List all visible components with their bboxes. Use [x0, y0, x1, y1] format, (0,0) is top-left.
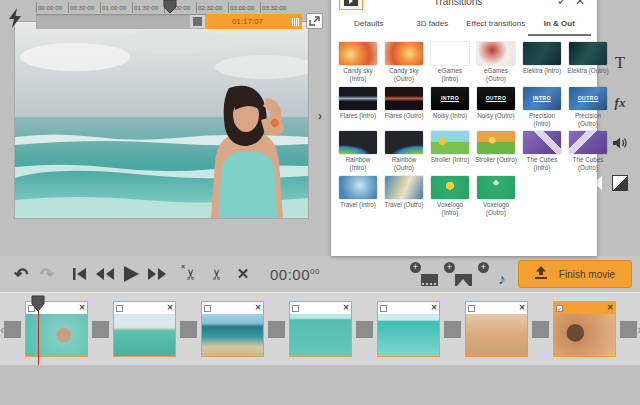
clip-checkbox[interactable]	[116, 305, 123, 312]
transition-stroller-outro-[interactable]: Stroller (Outro)	[475, 131, 517, 172]
clip-delete-icon[interactable]: ✕	[431, 304, 438, 312]
transition-thumbnail[interactable]	[477, 42, 515, 65]
storyboard-playhead[interactable]	[30, 295, 46, 316]
transition-slot[interactable]	[92, 321, 109, 338]
effects-tool-button[interactable]: fx	[609, 92, 631, 114]
split-scene-button[interactable]: ✂	[204, 261, 230, 287]
transition-voxelogo-outro-[interactable]: Voxelogo (Outro)	[475, 176, 517, 217]
transition-thumbnail[interactable]	[477, 131, 515, 154]
clip-4[interactable]: ✕	[289, 301, 352, 357]
transition-flares-outro-[interactable]: Flares (Outro)	[383, 87, 425, 128]
transition-slot[interactable]	[356, 321, 373, 338]
transition-thumbnail[interactable]	[385, 42, 423, 65]
transition-candy-sky-intro-[interactable]: Candy sky (Intro)	[337, 42, 379, 83]
clip-checkbox[interactable]: ✓	[556, 305, 563, 312]
transition-thumbnail[interactable]	[339, 176, 377, 199]
audio-tool-button[interactable]	[609, 132, 631, 154]
add-music-button[interactable]: + ♪	[478, 262, 506, 286]
titles-tool-button[interactable]: T	[609, 52, 631, 74]
transition-rainbow-outro-[interactable]: Rainbow (Outro)	[383, 131, 425, 172]
transition-rainbow-intro-[interactable]: Rainbow (Intro)	[337, 131, 379, 172]
transition-thumbnail[interactable]	[523, 131, 561, 154]
transition-travel-outro-[interactable]: Travel (Outro)	[383, 176, 425, 217]
finish-movie-button[interactable]: Finish movie	[518, 260, 632, 288]
transition-slot[interactable]	[4, 321, 21, 338]
range-right-grip[interactable]	[289, 14, 302, 29]
transition-precision-intro-[interactable]: INTROPrecision (Intro)	[521, 87, 563, 128]
clip-thumbnail[interactable]	[466, 314, 527, 356]
transition-stroller-intro-[interactable]: Stroller (Intro)	[429, 131, 471, 172]
transitions-tool-button[interactable]	[609, 172, 631, 194]
fast-forward-button[interactable]	[144, 261, 170, 287]
clip-3[interactable]: ✕	[201, 301, 264, 357]
transition-egames-intro-[interactable]: eGames (Intro)	[429, 42, 471, 83]
clip-thumbnail[interactable]	[378, 314, 439, 356]
transition-thumbnail[interactable]	[339, 42, 377, 65]
transition-thumbnail[interactable]	[385, 87, 423, 110]
transition-thumbnail[interactable]	[431, 176, 469, 199]
transition-slot[interactable]	[268, 321, 285, 338]
add-video-button[interactable]: +	[410, 262, 438, 286]
redo-button[interactable]: ↷	[34, 261, 60, 287]
transition-thumbnail[interactable]: INTRO	[431, 87, 469, 110]
clip-thumbnail[interactable]	[290, 314, 351, 356]
panel-collapse-chevron[interactable]: ›	[313, 105, 327, 127]
transition-thumbnail[interactable]: OUTRO	[477, 87, 515, 110]
clip-delete-icon[interactable]: ✕	[343, 304, 350, 312]
transition-flares-intro-[interactable]: Flares (Intro)	[337, 87, 379, 128]
undo-button[interactable]: ↶	[8, 261, 34, 287]
clip-checkbox[interactable]	[292, 305, 299, 312]
clip-thumbnail[interactable]	[26, 314, 87, 356]
transition-thumbnail[interactable]	[523, 42, 561, 65]
transition-travel-intro-[interactable]: Travel (Intro)	[337, 176, 379, 217]
clip-checkbox[interactable]	[468, 305, 475, 312]
transition-elektra-intro-[interactable]: Elektra (Intro)	[521, 42, 563, 83]
transition-thumbnail[interactable]	[569, 42, 607, 65]
clip-checkbox[interactable]	[204, 305, 211, 312]
clip-thumbnail[interactable]	[554, 314, 615, 356]
play-button[interactable]	[118, 261, 144, 287]
transition-thumbnail[interactable]	[339, 131, 377, 154]
cut-remove-button[interactable]: ✂ ×	[178, 261, 204, 287]
transition-thumbnail[interactable]	[477, 176, 515, 199]
transition-candy-sky-outro-[interactable]: Candy sky (Outro)	[383, 42, 425, 83]
transition-noisy-outro-[interactable]: OUTRONoisy (Outro)	[475, 87, 517, 128]
clip-delete-icon[interactable]: ✕	[607, 304, 614, 312]
scrollbar-left-handle[interactable]	[190, 15, 205, 28]
transition-thumbnail[interactable]: INTRO	[523, 87, 561, 110]
transition-slot[interactable]	[180, 321, 197, 338]
fullscreen-preview-button[interactable]	[306, 13, 323, 29]
clip-2[interactable]: ✕	[113, 301, 176, 357]
clip-delete-icon[interactable]: ✕	[255, 304, 262, 312]
transition-elektra-outro-[interactable]: Elektra (Outro)	[567, 42, 609, 83]
clip-delete-icon[interactable]: ✕	[79, 304, 86, 312]
transition-noisy-intro-[interactable]: INTRONoisy (Intro)	[429, 87, 471, 128]
transition-slot[interactable]	[620, 321, 637, 338]
transition-thumbnail[interactable]: OUTRO	[569, 87, 607, 110]
transition-thumbnail[interactable]	[385, 131, 423, 154]
transition-thumbnail[interactable]	[431, 131, 469, 154]
rewind-button[interactable]	[92, 261, 118, 287]
transition-slot[interactable]	[532, 321, 549, 338]
add-photo-button[interactable]: +	[444, 262, 472, 286]
transition-egames-outro-[interactable]: eGames (Outro)	[475, 42, 517, 83]
clip-delete-icon[interactable]: ✕	[519, 304, 526, 312]
timeline-range[interactable]: 01:17:07	[206, 14, 289, 29]
transition-precision-outro-[interactable]: OUTROPrecision (Outro)	[567, 87, 609, 128]
transition-voxelogo-intro-[interactable]: Voxelogo (Intro)	[429, 176, 471, 217]
transition-the-cubes-intro-[interactable]: The Cubes (Intro)	[521, 131, 563, 172]
transition-thumbnail[interactable]	[569, 131, 607, 154]
clip-thumbnail[interactable]	[202, 314, 263, 356]
delete-object-button[interactable]: ✕	[230, 261, 256, 287]
transition-thumbnail[interactable]	[385, 176, 423, 199]
lightning-bolt-icon[interactable]	[8, 8, 22, 32]
clip-thumbnail[interactable]	[114, 314, 175, 356]
transition-thumbnail[interactable]	[339, 87, 377, 110]
clip-delete-icon[interactable]: ✕	[167, 304, 174, 312]
transition-slot[interactable]	[444, 321, 461, 338]
clip-7[interactable]: ✓✕	[553, 301, 616, 357]
skip-to-start-button[interactable]	[66, 261, 92, 287]
clip-6[interactable]: ✕	[465, 301, 528, 357]
clip-checkbox[interactable]	[380, 305, 387, 312]
transition-thumbnail[interactable]	[431, 42, 469, 65]
